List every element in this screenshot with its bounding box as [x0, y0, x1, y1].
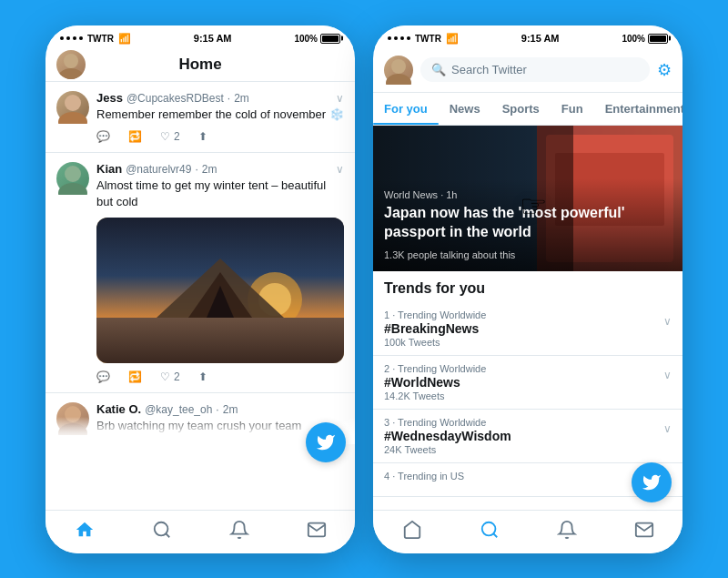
tweet-item-2[interactable]: Kian @naturelvr49 · 2m ∨ Almost time to …	[46, 153, 355, 393]
user-avatar-left[interactable]	[56, 50, 86, 79]
battery-icon-left	[320, 34, 340, 44]
wifi-icon-left: 📶	[118, 33, 131, 45]
retweet-action-1[interactable]: 🔁	[128, 130, 142, 143]
nav-search-left[interactable]	[152, 520, 172, 544]
trend-item-2[interactable]: 2 · Trending Worldwide #WorldNews 14.2K …	[373, 356, 682, 410]
explore-header: 🔍 Search Twitter ⚙	[373, 48, 682, 93]
battery-icon-right	[648, 34, 668, 44]
trend-hashtag-1: #BreakingNews	[384, 321, 486, 336]
battery-area-left: 100%	[294, 34, 340, 44]
status-bar-left: TWTR 📶 9:15 AM 100%	[46, 25, 355, 48]
bottom-nav-right	[373, 510, 682, 553]
retweet-icon-2: 🔁	[128, 370, 142, 383]
tweet-chevron-2: ∨	[336, 163, 344, 176]
home-title: Home	[178, 56, 221, 74]
user-avatar-right[interactable]	[384, 56, 413, 85]
search-icon: 🔍	[431, 63, 446, 76]
like-action-2[interactable]: ♡ 2	[160, 370, 180, 383]
trend-chevron-3: ∨	[663, 422, 672, 435]
search-bar[interactable]: 🔍 Search Twitter	[420, 57, 650, 82]
trend-hashtag-2: #WorldNews	[384, 375, 486, 390]
svg-point-15	[154, 522, 167, 535]
tweet-chevron-1: ∨	[336, 92, 344, 105]
signal-area: TWTR 📶	[60, 33, 131, 45]
tweet-text-1: Remember remember the cold of november ❄…	[96, 106, 344, 123]
trend-item-1[interactable]: 1 · Trending Worldwide #BreakingNews 100…	[373, 302, 682, 356]
compose-fab-left[interactable]	[306, 422, 346, 462]
tweet-actions-1: 💬 🔁 ♡ 2 ⬆	[96, 130, 344, 143]
compose-fab-right[interactable]	[632, 462, 672, 502]
carrier-left: TWTR	[87, 34, 114, 44]
trend-item-3[interactable]: 3 · Trending Worldwide #WednesdayWisdom …	[373, 410, 682, 463]
tab-entertainment[interactable]: Entertainment	[594, 93, 682, 125]
signal-area-right: TWTR 📶	[388, 33, 459, 45]
partial-tweet-time: 2m	[223, 403, 238, 416]
carrier-right: TWTR	[415, 34, 441, 44]
nav-messages-right[interactable]	[634, 520, 654, 544]
trend-info-2: 2 · Trending Worldwide #WorldNews 14.2K …	[384, 363, 486, 401]
trend-info-3: 3 · Trending Worldwide #WednesdayWisdom …	[384, 417, 511, 455]
trends-title: Trends for you	[373, 271, 682, 302]
svg-point-5	[58, 183, 87, 195]
tweet-image-2	[96, 218, 344, 363]
share-icon-2: ⬆	[198, 370, 207, 383]
nav-notifications-right[interactable]	[557, 520, 577, 544]
tweet-text-2: Almost time to get my winter tent – beau…	[96, 177, 344, 210]
partial-tweet-handle: @kay_tee_oh	[145, 403, 212, 416]
trend-info-1: 1 · Trending Worldwide #BreakingNews 100…	[384, 309, 486, 348]
tweet-time-2: 2m	[202, 163, 217, 176]
like-action-1[interactable]: ♡ 2	[160, 130, 180, 143]
reply-action-2[interactable]: 💬	[96, 370, 110, 383]
like-count-1: 2	[174, 130, 180, 143]
search-placeholder: Search Twitter	[451, 63, 527, 76]
reply-action-1[interactable]: 💬	[96, 130, 110, 143]
reply-icon-2: 💬	[96, 370, 110, 383]
tab-sports[interactable]: Sports	[491, 93, 551, 125]
time-right: 9:15 AM	[521, 33, 560, 44]
battery-pct-right: 100%	[622, 34, 645, 44]
like-icon-2: ♡	[160, 370, 170, 383]
nav-notifications-left[interactable]	[229, 520, 249, 544]
home-header: Home	[46, 48, 355, 82]
explore-tabs: For you News Sports Fun Entertainment	[373, 93, 682, 126]
nav-home-left[interactable]	[75, 520, 95, 544]
reply-icon-1: 💬	[96, 130, 110, 143]
settings-icon[interactable]: ⚙	[657, 60, 672, 80]
nav-messages-left[interactable]	[307, 520, 327, 544]
nav-search-right[interactable]	[480, 520, 500, 544]
tweet-handle-2: @naturelvr49	[126, 163, 191, 176]
explore-content: World News · 1h Japan now has the 'most …	[373, 126, 682, 553]
svg-point-1	[58, 68, 84, 79]
svg-point-2	[65, 95, 81, 111]
tweet-actions-2: 💬 🔁 ♡ 2 ⬆	[96, 370, 344, 383]
news-card[interactable]: World News · 1h Japan now has the 'most …	[373, 126, 682, 271]
tweet-avatar-3	[56, 402, 89, 435]
tweet-avatar-1	[56, 91, 89, 124]
partial-tweet-text: Brb watching my team crush your team	[96, 418, 344, 434]
trend-chevron-2: ∨	[663, 369, 672, 381]
svg-point-16	[391, 59, 406, 74]
tab-for-you[interactable]: For you	[373, 93, 439, 125]
tweet-avatar-2	[56, 162, 89, 195]
svg-point-14	[58, 423, 87, 435]
partial-tweet-content: Katie O. @kay_tee_oh · 2m Brb watching m…	[96, 402, 344, 435]
wifi-icon-right: 📶	[446, 33, 459, 45]
share-action-1[interactable]: ⬆	[198, 130, 207, 143]
trend-count-2: 14.2K Tweets	[384, 390, 486, 401]
tab-news[interactable]: News	[439, 93, 491, 125]
nav-home-right[interactable]	[402, 520, 422, 544]
tab-fun[interactable]: Fun	[551, 93, 594, 125]
svg-rect-9	[96, 318, 344, 363]
trend-rank-1: 1 · Trending Worldwide	[384, 309, 486, 320]
svg-point-0	[64, 54, 78, 68]
share-action-2[interactable]: ⬆	[198, 370, 207, 383]
like-count-2: 2	[174, 370, 180, 383]
like-icon-1: ♡	[160, 130, 170, 143]
partial-tweet-name: Katie O.	[96, 402, 141, 416]
retweet-action-2[interactable]: 🔁	[128, 370, 142, 383]
retweet-icon-1: 🔁	[128, 130, 142, 143]
tweet-item[interactable]: Jess @CupcakesRDBest · 2m ∨ Remember rem…	[46, 82, 355, 153]
svg-point-17	[386, 74, 411, 85]
partial-tweet-dot: ·	[216, 403, 218, 416]
tweet-content-1: Jess @CupcakesRDBest · 2m ∨ Remember rem…	[96, 91, 344, 143]
